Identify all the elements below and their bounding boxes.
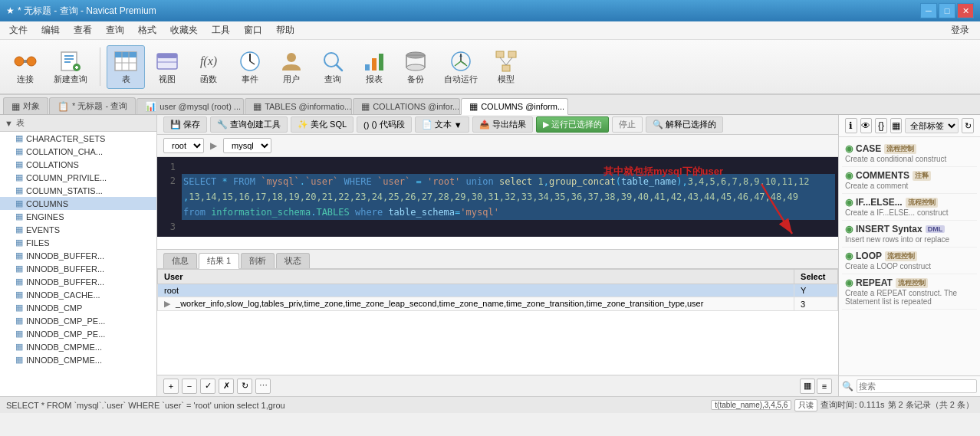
close-button[interactable]: ✕ bbox=[957, 3, 974, 18]
tab-collations-info[interactable]: ▦ COLLATIONS @infor... bbox=[353, 98, 460, 114]
tab-profile[interactable]: 剖析 bbox=[241, 253, 275, 268]
explain-button[interactable]: 🔍 解释已选择的 bbox=[646, 116, 723, 133]
svg-line-37 bbox=[506, 57, 512, 65]
menu-tools[interactable]: 工具 bbox=[206, 22, 236, 38]
query-button[interactable]: 查询 bbox=[314, 46, 352, 88]
form-view-button[interactable]: ≡ bbox=[817, 379, 832, 394]
info-icon-button[interactable]: ℹ bbox=[845, 118, 857, 133]
snippet-repeat[interactable]: ◉ REPEAT 流程控制 Create a REPEAT construct.… bbox=[842, 274, 977, 310]
tab-status[interactable]: 状态 bbox=[276, 253, 310, 268]
menu-window[interactable]: 窗口 bbox=[238, 22, 268, 38]
code-button[interactable]: () () 代码段 bbox=[357, 116, 412, 133]
toolbar-separator-1 bbox=[100, 48, 100, 86]
nav-button[interactable]: ⋯ bbox=[255, 379, 271, 394]
table-row-icon: ▦ bbox=[15, 185, 23, 195]
sidebar-item-innodb-buffer-3[interactable]: ▦ INNODB_BUFFER... bbox=[0, 275, 156, 288]
eye-icon-button[interactable]: 👁 bbox=[860, 118, 873, 133]
table-button[interactable]: 表 bbox=[107, 45, 145, 89]
sidebar-item-files[interactable]: ▦ FILES bbox=[0, 236, 156, 249]
table-row[interactable]: ▶ _worker_info,slow_log,tables_priv,time… bbox=[158, 297, 838, 311]
tab-info[interactable]: 信息 bbox=[163, 253, 197, 268]
grid-view-button[interactable]: ▦ bbox=[800, 379, 815, 394]
snippet-case[interactable]: ◉ CASE 流程控制 Create a conditional constru… bbox=[842, 140, 977, 167]
sidebar-item-innodb-cmp-pe-1[interactable]: ▦ INNODB_CMP_PE... bbox=[0, 314, 156, 327]
export-button[interactable]: 📤 导出结果 bbox=[472, 116, 533, 133]
stop-button[interactable]: 停止 bbox=[612, 116, 643, 133]
tab-tables-info[interactable]: ▦ TABLES @informatio... bbox=[245, 98, 352, 114]
table-row[interactable]: root Y bbox=[158, 284, 838, 297]
code-icon-button[interactable]: {} bbox=[875, 118, 887, 133]
connect-button[interactable]: 连接 bbox=[6, 46, 44, 88]
sidebar-item-events[interactable]: ▦ EVENTS bbox=[0, 223, 156, 236]
sidebar-item-collation-cha[interactable]: ▦ COLLATION_CHA... bbox=[0, 145, 156, 158]
model-button[interactable]: 模型 bbox=[487, 46, 525, 88]
results-area: 信息 结果 1 剖析 状态 bbox=[157, 249, 838, 396]
sidebar-item-engines[interactable]: ▦ ENGINES bbox=[0, 210, 156, 223]
sidebar-item-character-sets[interactable]: ▦ CHARACTER_SETS bbox=[0, 132, 156, 145]
sidebar-item-columns[interactable]: ▦ COLUMNS bbox=[0, 197, 156, 210]
connection-select[interactable]: root bbox=[163, 138, 204, 153]
menu-view[interactable]: 查看 bbox=[67, 22, 98, 38]
tab-user-mysql[interactable]: 📊 user @mysql (root) ... bbox=[136, 98, 244, 114]
menu-format[interactable]: 格式 bbox=[132, 22, 163, 38]
sidebar-item-innodb-cache[interactable]: ▦ INNODB_CACHE... bbox=[0, 288, 156, 301]
delete-row-button[interactable]: − bbox=[182, 379, 197, 394]
minimize-button[interactable]: ─ bbox=[920, 3, 937, 18]
menu-favorites[interactable]: 收藏夹 bbox=[164, 22, 204, 38]
snippet-loop[interactable]: ◉ LOOP 流程控制 Create a LOOP construct bbox=[842, 248, 977, 274]
view-button[interactable]: 视图 bbox=[148, 46, 186, 88]
user-button[interactable]: 用户 bbox=[272, 46, 311, 88]
snippet-icon: ◉ bbox=[845, 143, 853, 154]
sidebar-item-innodb-buffer-1[interactable]: ▦ INNODB_BUFFER... bbox=[0, 249, 156, 262]
text-button[interactable]: 📄 文本 ▼ bbox=[415, 116, 469, 133]
sidebar-item-column-statis[interactable]: ▦ COLUMN_STATIS... bbox=[0, 184, 156, 197]
menu-file[interactable]: 文件 bbox=[3, 22, 34, 38]
snippet-insert[interactable]: ◉ INSERT Syntax DML Insert new rows into… bbox=[842, 221, 977, 248]
search-input[interactable] bbox=[857, 379, 977, 393]
menu-query[interactable]: 查询 bbox=[100, 22, 130, 38]
report-button[interactable]: 报表 bbox=[355, 46, 393, 88]
snippet-comments[interactable]: ◉ COMMENTS 注释 Create a comment bbox=[842, 167, 977, 194]
beautify-button[interactable]: ✨ 美化 SQL bbox=[291, 116, 354, 133]
check-button[interactable]: ✓ bbox=[200, 379, 215, 394]
database-select[interactable]: mysql bbox=[223, 138, 271, 153]
backup-button[interactable]: 备份 bbox=[396, 46, 435, 88]
clear-button[interactable]: ✗ bbox=[219, 379, 234, 394]
event-button[interactable]: 事件 bbox=[231, 46, 269, 88]
sidebar-item-innodb-cmpme-2[interactable]: ▦ INNODB_CMPME... bbox=[0, 353, 156, 366]
tag-select[interactable]: 全部标签 bbox=[905, 118, 959, 133]
login-button[interactable]: 登录 bbox=[943, 22, 977, 38]
sidebar-item-label: INNODB_CMPME... bbox=[26, 356, 102, 365]
sidebar-item-innodb-cmp-pe-2[interactable]: ▦ INNODB_CMP_PE... bbox=[0, 327, 156, 340]
sidebar-item-collations[interactable]: ▦ COLLATIONS bbox=[0, 158, 156, 171]
refresh-snippets-button[interactable]: ↻ bbox=[962, 118, 974, 133]
query-builder-button[interactable]: 🔧 查询创建工具 bbox=[210, 116, 288, 133]
menu-help[interactable]: 帮助 bbox=[270, 22, 301, 38]
autorun-button[interactable]: 自动运行 bbox=[438, 46, 484, 88]
function-button[interactable]: f(x) 函数 bbox=[189, 46, 228, 88]
table-row-icon: ▦ bbox=[15, 303, 23, 313]
snippet-if-else[interactable]: ◉ IF...ELSE... 流程控制 Create a IF...ELSE..… bbox=[842, 194, 977, 221]
sql-editor[interactable]: 1 2 SELECT * FROM `mysql`.`user` WHERE `… bbox=[157, 157, 838, 237]
run-button[interactable]: ▶ 运行已选择的 bbox=[536, 116, 609, 133]
menu-edit[interactable]: 编辑 bbox=[35, 22, 66, 38]
table-header-row: User Select bbox=[158, 270, 838, 284]
refresh-button[interactable]: ↻ bbox=[237, 379, 252, 394]
add-row-button[interactable]: + bbox=[163, 379, 179, 394]
function-label: 函数 bbox=[200, 74, 217, 85]
sidebar-item-innodb-cmpme-1[interactable]: ▦ INNODB_CMPME... bbox=[0, 340, 156, 353]
sidebar-item-innodb-buffer-2[interactable]: ▦ INNODB_BUFFER... bbox=[0, 262, 156, 275]
sidebar-item-column-privile[interactable]: ▦ COLUMN_PRIVILE... bbox=[0, 171, 156, 184]
tab-untitled-query[interactable]: 📋 * 无标题 - 查询 bbox=[49, 97, 136, 114]
new-query-button[interactable]: 新建查询 bbox=[48, 46, 94, 88]
db-selector-bar: root ▶ mysql bbox=[157, 135, 838, 157]
maximize-button[interactable]: □ bbox=[939, 3, 955, 18]
sidebar-item-innodb-cmp[interactable]: ▦ INNODB_CMP bbox=[0, 301, 156, 314]
table-icon-button[interactable]: ▦ bbox=[890, 118, 903, 133]
tab-result1[interactable]: 结果 1 bbox=[199, 253, 239, 269]
sidebar-tree-icon: ▼ bbox=[5, 119, 13, 128]
tab-columns-info[interactable]: ▦ COLUMNS @inform... bbox=[461, 98, 568, 115]
tab-object[interactable]: ▦ 对象 bbox=[3, 97, 48, 114]
snippet-comments-desc: Create a comment bbox=[845, 182, 974, 190]
save-button[interactable]: 💾 保存 bbox=[163, 116, 207, 133]
